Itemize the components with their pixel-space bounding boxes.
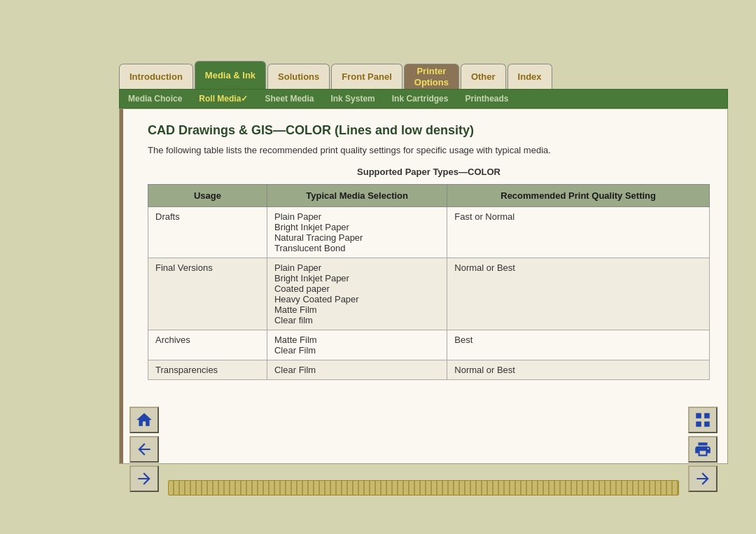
scroll-decoration [168,480,679,496]
left-accent-bar [120,109,123,463]
paper-types-table: Usage Typical Media Selection Recommende… [148,184,710,380]
table-title: Supported Paper Types—COLOR [148,167,710,177]
bottom-left-nav [130,407,159,492]
quality-archives: Best [447,330,710,360]
subtab-printheads[interactable]: Printheads [456,89,517,108]
table-row: Transparencies Clear Film Normal or Best [148,360,710,380]
content-inner: CAD Drawings & GIS—COLOR (Lines and low … [137,123,710,380]
grid-button[interactable] [688,407,718,433]
top-navigation: Introduction Media & Ink Solutions Front… [119,59,728,89]
sub-navigation: Media Choice Roll Media Sheet Media Ink … [119,89,728,108]
media-archives: Matte FilmClear Film [267,330,447,360]
table-row: Final Versions Plain PaperBright Inkjet … [148,258,710,330]
usage-transparencies: Transparencies [148,360,267,380]
col-header-media: Typical Media Selection [267,185,447,207]
intro-paragraph: The following table lists the recommende… [148,145,710,155]
forward-right-button[interactable] [688,465,718,492]
main-content-area: CAD Drawings & GIS—COLOR (Lines and low … [119,108,728,464]
tab-index[interactable]: Index [507,64,552,89]
subtab-roll-media[interactable]: Roll Media [190,89,256,108]
tab-introduction[interactable]: Introduction [119,64,193,89]
media-final: Plain PaperBright Inkjet PaperCoated pap… [267,258,447,330]
quality-drafts: Fast or Normal [447,207,710,258]
col-header-usage: Usage [148,185,267,207]
quality-final: Normal or Best [447,258,710,330]
usage-drafts: Drafts [148,207,267,258]
subtab-ink-system[interactable]: Ink System [322,89,383,108]
tab-solutions[interactable]: Solutions [267,64,330,89]
page-title: CAD Drawings & GIS—COLOR (Lines and low … [148,123,710,138]
subtab-sheet-media[interactable]: Sheet Media [256,89,322,108]
print-icon [694,440,712,458]
page-background: Introduction Media & Ink Solutions Front… [0,0,756,534]
home-button[interactable] [130,407,159,433]
usage-final: Final Versions [148,258,267,330]
back-icon [135,440,153,458]
tab-printer-options[interactable]: PrinterOptions [404,64,459,89]
subtab-media-choice[interactable]: Media Choice [120,89,190,108]
back-button[interactable] [130,436,159,463]
tab-other[interactable]: Other [461,64,506,89]
tab-front-panel[interactable]: Front Panel [331,64,402,89]
forward-left-button[interactable] [130,465,159,492]
bottom-right-nav [688,407,718,492]
arrow-right-icon [135,470,153,488]
col-header-quality: Recommended Print Quality Setting [447,185,710,207]
tab-media-ink[interactable]: Media & Ink [195,61,266,89]
home-icon [135,411,153,429]
media-drafts: Plain PaperBright Inkjet PaperNatural Tr… [267,207,447,258]
print-button[interactable] [688,436,718,463]
grid-icon [694,411,712,429]
quality-transparencies: Normal or Best [447,360,710,380]
subtab-ink-cartridges[interactable]: Ink Cartridges [384,89,457,108]
table-row: Archives Matte FilmClear Film Best [148,330,710,360]
usage-archives: Archives [148,330,267,360]
media-transparencies: Clear Film [267,360,447,380]
forward-icon [694,470,712,488]
table-row: Drafts Plain PaperBright Inkjet PaperNat… [148,207,710,258]
